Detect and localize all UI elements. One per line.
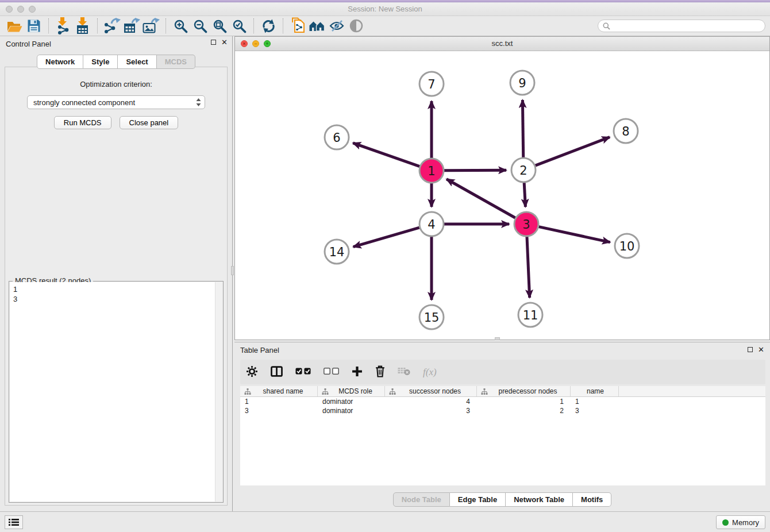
criterion-value: strongly connected component: [33, 98, 196, 107]
column-header-predecessor-nodes[interactable]: predecessor nodes: [477, 386, 571, 396]
toolbar-separator: [165, 18, 166, 33]
table-cell-successor-nodes[interactable]: 4: [385, 398, 477, 406]
hide-graphics-details-icon[interactable]: [327, 17, 346, 34]
result-scrollbar[interactable]: [215, 282, 222, 502]
birds-eye-view-icon[interactable]: [346, 17, 366, 34]
export-table-icon[interactable]: [122, 17, 141, 34]
graph-canvas[interactable]: 7968124314101511: [235, 51, 769, 340]
graph-node-label-6: 6: [333, 131, 340, 145]
run-mcds-button[interactable]: Run MCDS: [54, 116, 111, 129]
column-header-mcds-role[interactable]: MCDS role: [318, 386, 385, 396]
tab-node-table[interactable]: Node Table: [393, 492, 450, 507]
select-all-checkboxes-icon[interactable]: [295, 368, 311, 376]
graph-node-label-2: 2: [519, 164, 527, 178]
criterion-select[interactable]: strongly connected component: [27, 95, 205, 109]
search-input[interactable]: [613, 22, 760, 30]
panel-splitter-handle[interactable]: [495, 337, 500, 340]
float-panel-icon[interactable]: [211, 40, 216, 45]
table-settings-icon[interactable]: [246, 365, 258, 379]
column-header-shared-name[interactable]: shared name: [240, 386, 318, 396]
graph-edge-4-14[interactable]: [353, 228, 419, 246]
graph-node-label-11: 11: [523, 309, 538, 322]
delete-column-icon[interactable]: [375, 365, 385, 379]
apply-function-icon[interactable]: f(x): [423, 367, 437, 378]
mcds-result-area[interactable]: 13: [10, 282, 222, 502]
table-cell-name[interactable]: 3: [571, 407, 619, 415]
tab-edge-table[interactable]: Edge Table: [450, 492, 506, 507]
app-titlebar: Session: New Session: [0, 2, 770, 16]
graph-edge-1-6[interactable]: [353, 143, 419, 167]
column-view-icon[interactable]: [271, 366, 283, 379]
node-table-rows: 1dominator4113dominator323: [240, 397, 765, 415]
graph-node-label-1: 1: [428, 164, 435, 178]
zoom-in-icon[interactable]: [171, 17, 190, 34]
mcds-result-line: 3: [13, 294, 222, 304]
open-file-icon[interactable]: [5, 17, 24, 34]
graph-edge-3-1[interactable]: [446, 179, 515, 218]
zoom-out-icon[interactable]: [190, 17, 210, 34]
refresh-view-icon[interactable]: [259, 17, 278, 34]
table-panel: Table Panel ✕: [234, 342, 770, 511]
toolbar-separator: [253, 18, 254, 33]
table-panel-title: Table Panel: [240, 346, 279, 354]
tab-select[interactable]: Select: [118, 55, 156, 69]
application-window: Session: New Session: [0, 0, 770, 532]
table-cell-name[interactable]: 1: [571, 398, 619, 406]
duplicate-network-icon[interactable]: [288, 17, 307, 34]
toolbar-separator: [97, 18, 98, 33]
network-window-titlebar[interactable]: × − + scc.txt: [235, 37, 769, 51]
tab-motifs[interactable]: Motifs: [573, 492, 611, 507]
panel-splitter-handle[interactable]: [231, 266, 234, 275]
session-home-icon[interactable]: [307, 17, 327, 34]
search-field[interactable]: [598, 20, 765, 32]
export-network-icon[interactable]: [102, 17, 122, 34]
mcds-result-line: 1: [13, 284, 222, 294]
tab-network[interactable]: Network: [37, 55, 83, 69]
memory-status-icon: [722, 519, 729, 526]
import-table-icon[interactable]: [73, 17, 93, 34]
add-column-icon[interactable]: [352, 366, 363, 379]
delete-table-icon[interactable]: [398, 367, 410, 377]
graph-edge-2-9[interactable]: [522, 100, 523, 157]
table-cell-mcds-role[interactable]: dominator: [318, 407, 385, 415]
graph-edge-3-11[interactable]: [527, 237, 530, 298]
table-row[interactable]: 1dominator411: [240, 397, 765, 406]
graph-node-label-8: 8: [622, 125, 629, 138]
import-network-icon[interactable]: [53, 17, 73, 34]
task-history-button[interactable]: [5, 515, 23, 529]
table-row[interactable]: 3dominator323: [240, 406, 765, 415]
table-cell-shared-name[interactable]: 3: [240, 407, 318, 415]
export-image-icon[interactable]: [141, 17, 161, 34]
table-cell-predecessor-nodes[interactable]: 1: [477, 398, 571, 406]
memory-button[interactable]: Memory: [716, 515, 765, 529]
deselect-all-checkboxes-icon[interactable]: [324, 368, 339, 376]
window-title: Session: New Session: [0, 5, 770, 13]
save-session-icon[interactable]: [24, 17, 44, 34]
table-cell-shared-name[interactable]: 1: [240, 398, 318, 406]
graph-edge-3-10[interactable]: [538, 227, 610, 242]
mcds-panel: Optimization criterion: strongly connect…: [5, 67, 228, 506]
table-cell-predecessor-nodes[interactable]: 2: [477, 407, 571, 415]
tab-style[interactable]: Style: [83, 55, 118, 69]
close-table-panel-icon[interactable]: ✕: [758, 346, 764, 353]
graph-edge-2-8[interactable]: [536, 137, 610, 165]
close-panel-icon[interactable]: ✕: [221, 39, 228, 45]
shared-attribute-icon: [244, 388, 251, 395]
zoom-fit-icon[interactable]: [210, 17, 229, 34]
node-table-header: shared nameMCDS rolesuccessor nodesprede…: [240, 386, 765, 397]
graph-node-label-14: 14: [329, 245, 345, 259]
status-bar: Memory: [0, 511, 770, 532]
memory-label: Memory: [732, 518, 759, 527]
column-header-successor-nodes[interactable]: successor nodes: [385, 386, 477, 396]
close-panel-button[interactable]: Close panel: [120, 116, 179, 129]
zoom-selected-icon[interactable]: [229, 17, 249, 34]
tab-mcds[interactable]: MCDS: [157, 55, 195, 69]
table-cell-successor-nodes[interactable]: 3: [385, 407, 477, 415]
network-window-title: scc.txt: [235, 39, 769, 48]
tab-network-table[interactable]: Network Table: [506, 492, 573, 507]
graph-edge-2-3[interactable]: [524, 183, 525, 207]
graph-edge-1-2[interactable]: [444, 170, 506, 171]
column-header-name[interactable]: name: [571, 386, 619, 396]
table-cell-mcds-role[interactable]: dominator: [318, 398, 385, 406]
float-table-panel-icon[interactable]: [748, 347, 753, 352]
